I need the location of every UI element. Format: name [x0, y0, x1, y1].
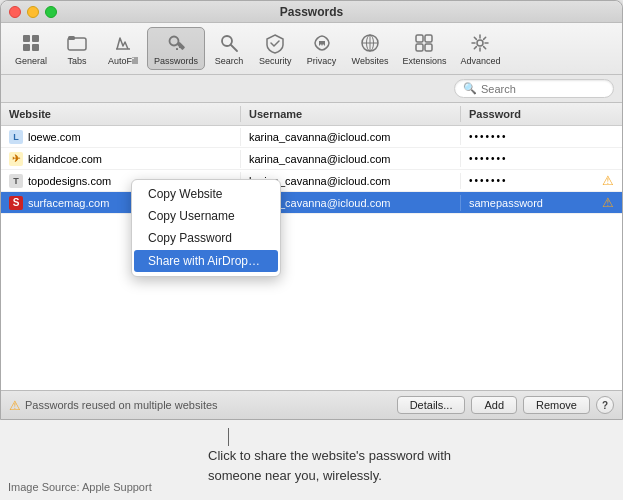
search-bar-row: 🔍 [1, 75, 622, 103]
svg-rect-19 [416, 44, 423, 51]
svg-rect-9 [176, 48, 178, 50]
table-header: Website Username Password [1, 103, 622, 126]
website-text-2: kidandcoe.com [28, 153, 102, 165]
window-title: Passwords [280, 5, 343, 19]
warning-icon-bottom: ⚠ [9, 398, 21, 413]
toolbar-autofill[interactable]: AutoFill [101, 28, 145, 69]
svg-rect-5 [68, 36, 75, 40]
password-dots-2: ••••••• [469, 153, 508, 164]
svg-rect-18 [425, 35, 432, 42]
password-dots-1: ••••••• [469, 131, 508, 142]
col-header-username: Username [241, 106, 461, 122]
maximize-button[interactable] [45, 6, 57, 18]
close-button[interactable] [9, 6, 21, 18]
title-bar: Passwords [1, 1, 622, 23]
search-toolbar-icon [217, 31, 241, 55]
toolbar: General Tabs AutoFill Passwords Search [1, 23, 622, 75]
context-menu-share-airdrop[interactable]: Share with AirDrop… [134, 250, 278, 272]
toolbar-websites[interactable]: Websites [346, 28, 395, 69]
minimize-button[interactable] [27, 6, 39, 18]
row-password-4: samepassword ⚠ [461, 193, 622, 212]
website-text-4: surfacemag.com [28, 197, 109, 209]
svg-rect-20 [425, 44, 432, 51]
site-icon-2: ✈ [9, 152, 23, 166]
advanced-icon [468, 31, 492, 55]
col-header-password: Password [461, 106, 622, 122]
tabs-icon [65, 31, 89, 55]
col-header-website: Website [1, 106, 241, 122]
passwords-table: Website Username Password L loewe.com ka… [1, 103, 622, 390]
toolbar-advanced[interactable]: Advanced [454, 28, 506, 69]
svg-point-21 [477, 40, 483, 46]
row-password-1: ••••••• [461, 129, 622, 144]
search-toolbar-label: Search [215, 56, 244, 66]
warning-icon-3: ⚠ [602, 173, 614, 188]
row-website-1: L loewe.com [1, 128, 241, 146]
passwords-icon [164, 31, 188, 55]
context-menu: Copy Website Copy Username Copy Password… [131, 179, 281, 277]
svg-rect-2 [23, 44, 30, 51]
tabs-label: Tabs [68, 56, 87, 66]
main-window: Passwords General Tabs AutoFill Passwor [0, 0, 623, 420]
general-icon [19, 31, 43, 55]
annotation-section: Click to share the website's password wi… [0, 420, 623, 500]
site-icon-3: T [9, 174, 23, 188]
toolbar-security[interactable]: Security [253, 28, 298, 69]
annotation-text: Click to share the website's password wi… [208, 446, 488, 485]
toolbar-tabs[interactable]: Tabs [55, 28, 99, 69]
websites-label: Websites [352, 56, 389, 66]
privacy-label: Privacy [307, 56, 337, 66]
add-button[interactable]: Add [471, 396, 517, 414]
toolbar-privacy[interactable]: Privacy [300, 28, 344, 69]
row-username-1: karina_cavanna@icloud.com [241, 129, 461, 145]
source-text: Image Source: Apple Support [8, 481, 152, 493]
help-button[interactable]: ? [596, 396, 614, 414]
details-button[interactable]: Details... [397, 396, 466, 414]
svg-rect-10 [179, 46, 181, 48]
password-text-4: samepassword [469, 197, 543, 209]
website-text-1: loewe.com [28, 131, 81, 143]
password-dots-3: ••••••• [469, 175, 508, 186]
annotation-line [228, 428, 229, 446]
passwords-label: Passwords [154, 56, 198, 66]
websites-icon [358, 31, 382, 55]
website-text-3: topodesigns.com [28, 175, 111, 187]
autofill-label: AutoFill [108, 56, 138, 66]
security-icon [263, 31, 287, 55]
site-icon-1: L [9, 130, 23, 144]
warning-text: Passwords reused on multiple websites [25, 399, 218, 411]
toolbar-general[interactable]: General [9, 28, 53, 69]
svg-point-7 [170, 37, 179, 46]
row-password-3: ••••••• ⚠ [461, 171, 622, 190]
toolbar-passwords[interactable]: Passwords [147, 27, 205, 70]
context-menu-copy-password[interactable]: Copy Password [132, 227, 280, 249]
svg-rect-0 [23, 35, 30, 42]
row-password-2: ••••••• [461, 151, 622, 166]
warning-icon-4: ⚠ [602, 195, 614, 210]
extensions-icon [412, 31, 436, 55]
search-icon: 🔍 [463, 82, 477, 95]
toolbar-search[interactable]: Search [207, 28, 251, 69]
bottom-bar: ⚠ Passwords reused on multiple websites … [1, 390, 622, 419]
privacy-icon [310, 31, 334, 55]
context-menu-copy-username[interactable]: Copy Username [132, 205, 280, 227]
svg-rect-1 [32, 35, 39, 42]
extensions-label: Extensions [402, 56, 446, 66]
search-input[interactable] [481, 83, 611, 95]
table-row-selected[interactable]: S surfacemag.com karina_cavanna@icloud.c… [1, 192, 622, 214]
traffic-lights [9, 6, 57, 18]
row-website-2: ✈ kidandcoe.com [1, 150, 241, 168]
svg-line-12 [231, 45, 237, 51]
table-row[interactable]: T topodesigns.com karina_cavanna@icloud.… [1, 170, 622, 192]
site-icon-4: S [9, 196, 23, 210]
svg-rect-17 [416, 35, 423, 42]
toolbar-extensions[interactable]: Extensions [396, 28, 452, 69]
table-row[interactable]: L loewe.com karina_cavanna@icloud.com ••… [1, 126, 622, 148]
remove-button[interactable]: Remove [523, 396, 590, 414]
advanced-label: Advanced [460, 56, 500, 66]
context-menu-copy-website[interactable]: Copy Website [132, 183, 280, 205]
general-label: General [15, 56, 47, 66]
security-label: Security [259, 56, 292, 66]
search-box[interactable]: 🔍 [454, 79, 614, 98]
table-row[interactable]: ✈ kidandcoe.com karina_cavanna@icloud.co… [1, 148, 622, 170]
